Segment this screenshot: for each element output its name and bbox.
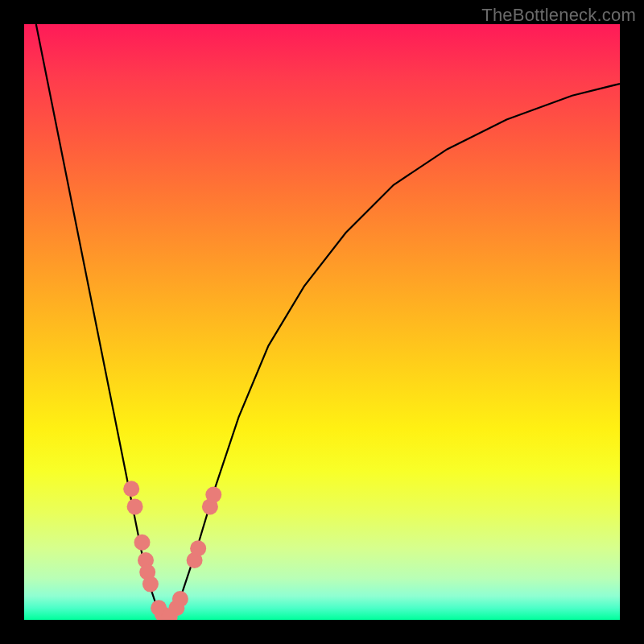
chart-frame: TheBottleneck.com [0,0,644,644]
plot-area [24,24,620,620]
bottleneck-curve [24,24,620,620]
watermark-text: TheBottleneck.com [481,5,636,26]
curve-right-branch [167,84,620,620]
curve-marker [127,498,143,514]
curve-marker [134,535,151,551]
curve-markers [123,481,221,620]
curve-marker [123,481,139,497]
curve-marker [190,540,206,556]
curve-left-branch [36,24,167,620]
curve-marker [172,591,188,607]
curve-marker [205,487,221,503]
curve-marker [142,576,159,592]
